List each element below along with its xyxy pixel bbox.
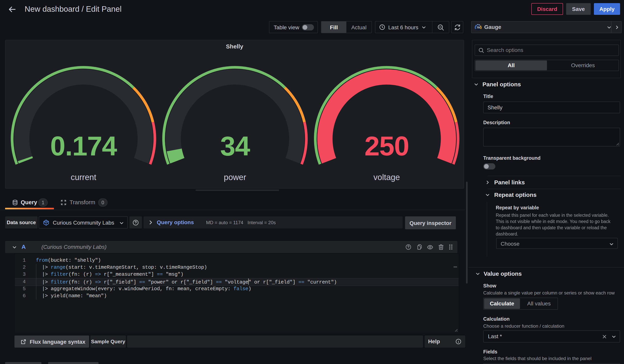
svg-text:79: 79 [476,25,480,29]
